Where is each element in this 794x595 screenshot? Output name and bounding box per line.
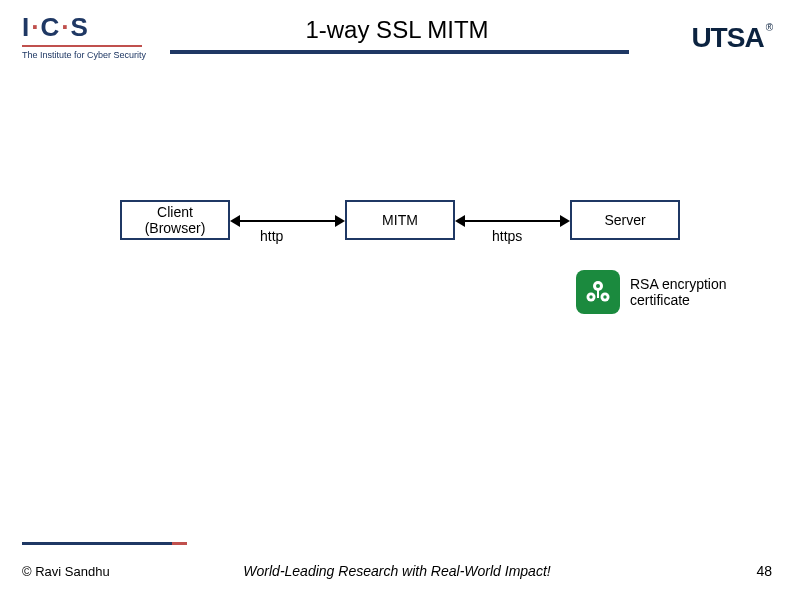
slide-header: I·C·S The Institute for Cyber Security 1… <box>0 0 794 70</box>
keys-glyph-icon <box>581 275 615 309</box>
slide-title: 1-way SSL MITM <box>305 16 488 44</box>
utsa-logo-text: UTSA <box>691 22 763 53</box>
server-node: Server <box>570 200 680 240</box>
title-underline <box>170 50 629 54</box>
client-node-label: Client(Browser) <box>145 204 206 236</box>
svg-point-3 <box>596 284 600 288</box>
slide-footer: © Ravi Sandhu World-Leading Research wit… <box>0 551 794 579</box>
svg-rect-6 <box>597 290 599 298</box>
arrow-mitm-server <box>457 220 568 222</box>
link-label-http: http <box>260 228 283 244</box>
link-label-https: https <box>492 228 522 244</box>
mitm-node-label: MITM <box>382 212 418 228</box>
ics-logo-rule <box>22 45 142 47</box>
ics-logo: I·C·S The Institute for Cyber Security <box>22 12 162 60</box>
ics-logo-text: I·C·S <box>22 12 162 43</box>
page-number: 48 <box>756 563 772 579</box>
footer-rule <box>22 542 772 545</box>
utsa-logo: UTSA® <box>691 22 772 54</box>
ics-logo-subtitle: The Institute for Cyber Security <box>22 50 162 60</box>
mitm-node: MITM <box>345 200 455 240</box>
certificate-label: RSA encryptioncertificate <box>630 276 727 308</box>
keys-certificate-icon <box>576 270 620 314</box>
copyright-text: © Ravi Sandhu <box>22 564 110 579</box>
svg-point-4 <box>589 295 592 298</box>
mitm-diagram: Client(Browser) MITM Server http https R… <box>0 200 794 500</box>
arrow-client-mitm <box>232 220 343 222</box>
tagline-text: World-Leading Research with Real-World I… <box>243 563 550 579</box>
server-node-label: Server <box>604 212 645 228</box>
client-node: Client(Browser) <box>120 200 230 240</box>
svg-point-5 <box>603 295 606 298</box>
registered-mark-icon: ® <box>766 22 772 33</box>
